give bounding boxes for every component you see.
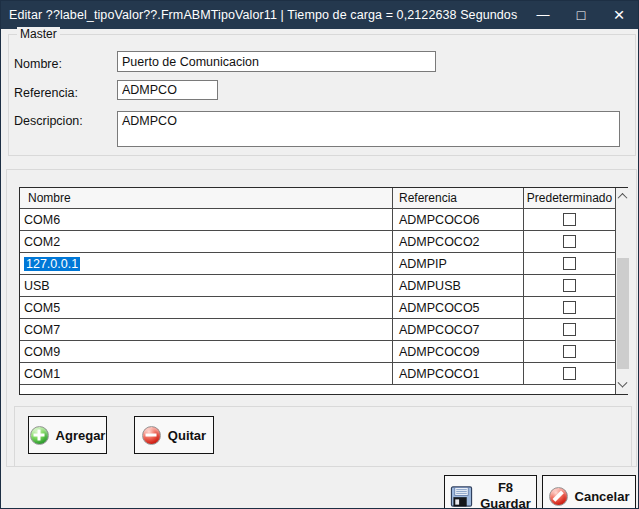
master-groupbox-legend: Master: [17, 27, 60, 41]
ports-table: Nombre Referencia Predeterminado COM6 AD…: [19, 187, 628, 395]
cell-predeterminado[interactable]: [524, 341, 615, 363]
cell-referencia[interactable]: ADMPCOCO1: [393, 363, 524, 385]
cell-predeterminado[interactable]: [524, 297, 615, 319]
predeterminado-checkbox[interactable]: [563, 213, 576, 226]
cell-nombre[interactable]: COM6: [20, 209, 393, 231]
cell-predeterminado[interactable]: [524, 209, 615, 231]
predeterminado-checkbox[interactable]: [563, 345, 576, 358]
close-button[interactable]: ×: [600, 1, 638, 29]
window-controls: — □ ×: [524, 1, 638, 29]
cell-nombre-editing[interactable]: 127.0.0.1: [20, 253, 393, 275]
quitar-button[interactable]: Quitar: [134, 416, 214, 454]
detail-panel: Nombre Referencia Predeterminado COM6 AD…: [6, 169, 637, 467]
chevron-up-icon: [618, 193, 628, 203]
cell-text: ADMPCOCO7: [399, 323, 480, 337]
cell-referencia[interactable]: ADMPCOCO5: [393, 297, 524, 319]
cancelar-button[interactable]: Cancelar: [542, 475, 636, 509]
predeterminado-checkbox[interactable]: [563, 235, 576, 248]
scroll-up-button[interactable]: [616, 188, 630, 205]
guardar-shortcut: F8: [480, 480, 531, 496]
cell-referencia[interactable]: ADMPUSB: [393, 275, 524, 297]
cell-nombre[interactable]: COM1: [20, 363, 393, 385]
grid-actions-box: Agregar Quitar: [14, 406, 632, 467]
cell-text: COM7: [24, 323, 60, 337]
guardar-button[interactable]: F8 Guardar: [444, 475, 537, 509]
predeterminado-checkbox[interactable]: [563, 301, 576, 314]
agregar-button-label: Agregar: [56, 428, 106, 443]
cell-referencia[interactable]: ADMPCOCO7: [393, 319, 524, 341]
cell-text: ADMPCOCO5: [399, 301, 480, 315]
table-row[interactable]: USB ADMPUSB: [20, 275, 615, 297]
guardar-text: Guardar: [480, 496, 531, 509]
descripcion-input[interactable]: ADMPCO: [117, 111, 620, 147]
nombre-input[interactable]: [117, 51, 436, 72]
cell-text: COM6: [24, 213, 60, 227]
predeterminado-checkbox[interactable]: [563, 279, 576, 292]
titlebar: Editar ??label_tipoValor??.FrmABMTipoVal…: [1, 1, 638, 29]
table-row[interactable]: COM1 ADMPCOCO1: [20, 363, 615, 385]
cell-text: ADMPCOCO9: [399, 345, 480, 359]
cell-predeterminado[interactable]: [524, 319, 615, 341]
close-icon: ×: [613, 1, 624, 29]
table-row[interactable]: COM6 ADMPCOCO6: [20, 209, 615, 231]
predeterminado-checkbox[interactable]: [563, 367, 576, 380]
column-header-predeterminado[interactable]: Predeterminado: [524, 188, 615, 209]
predeterminado-checkbox[interactable]: [563, 323, 576, 336]
descripcion-label: Descripcion:: [14, 114, 83, 128]
cell-nombre[interactable]: COM5: [20, 297, 393, 319]
cell-referencia[interactable]: ADMPCOCO2: [393, 231, 524, 253]
table-row[interactable]: COM2 ADMPCOCO2: [20, 231, 615, 253]
cell-text: ADMPUSB: [399, 279, 461, 293]
referencia-input[interactable]: [117, 80, 218, 100]
cell-nombre[interactable]: USB: [20, 275, 393, 297]
cell-text: ADMPIP: [399, 257, 447, 271]
cell-text: COM9: [24, 345, 60, 359]
dialog-window: Editar ??label_tipoValor??.FrmABMTipoVal…: [0, 0, 639, 509]
nombre-label: Nombre:: [14, 57, 62, 71]
scroll-down-button[interactable]: [616, 377, 630, 394]
window-title: Editar ??label_tipoValor??.FrmABMTipoVal…: [1, 8, 517, 22]
referencia-label: Referencia:: [14, 86, 78, 100]
maximize-button[interactable]: □: [562, 1, 600, 29]
cell-nombre[interactable]: COM7: [20, 319, 393, 341]
column-header-nombre[interactable]: Nombre: [20, 188, 393, 209]
cell-predeterminado[interactable]: [524, 231, 615, 253]
cell-predeterminado[interactable]: [524, 253, 615, 275]
cell-nombre[interactable]: COM9: [20, 341, 393, 363]
cell-text: ADMPCOCO6: [399, 213, 480, 227]
cell-text: COM1: [24, 367, 60, 381]
maximize-icon: □: [577, 1, 585, 29]
cell-nombre[interactable]: COM2: [20, 231, 393, 253]
chevron-down-icon: [618, 378, 628, 388]
cell-referencia[interactable]: ADMPCOCO6: [393, 209, 524, 231]
cell-predeterminado[interactable]: [524, 275, 615, 297]
table-row[interactable]: COM7 ADMPCOCO7: [20, 319, 615, 341]
table-row[interactable]: COM5 ADMPCOCO5: [20, 297, 615, 319]
agregar-button[interactable]: Agregar: [28, 416, 107, 454]
ports-table-main: Nombre Referencia Predeterminado COM6 AD…: [20, 188, 615, 394]
minus-circle-icon: [142, 426, 161, 445]
table-row[interactable]: COM9 ADMPCOCO9: [20, 341, 615, 363]
guardar-button-label: F8 Guardar: [480, 480, 531, 509]
cell-text: COM2: [24, 235, 60, 249]
predeterminado-checkbox[interactable]: [563, 257, 576, 270]
cancelar-button-label: Cancelar: [575, 489, 630, 504]
table-header-row: Nombre Referencia Predeterminado: [20, 188, 615, 209]
scrollbar-thumb[interactable]: [617, 258, 629, 369]
cell-referencia[interactable]: ADMPCOCO9: [393, 341, 524, 363]
cell-referencia[interactable]: ADMPIP: [393, 253, 524, 275]
column-header-referencia[interactable]: Referencia: [393, 188, 524, 209]
minimize-button[interactable]: —: [524, 1, 562, 29]
vertical-scrollbar[interactable]: [615, 188, 629, 394]
quitar-button-label: Quitar: [168, 428, 206, 443]
cell-text: COM5: [24, 301, 60, 315]
floppy-disk-icon: [450, 485, 473, 508]
cell-text: USB: [24, 279, 50, 293]
plus-circle-icon: [30, 426, 49, 445]
cancel-circle-icon: [549, 487, 568, 506]
cell-text: ADMPCOCO1: [399, 367, 480, 381]
cell-text: ADMPCOCO2: [399, 235, 480, 249]
selected-cell-text: 127.0.0.1: [24, 257, 80, 271]
table-row-selected[interactable]: 127.0.0.1 ADMPIP: [20, 253, 615, 275]
cell-predeterminado[interactable]: [524, 363, 615, 385]
